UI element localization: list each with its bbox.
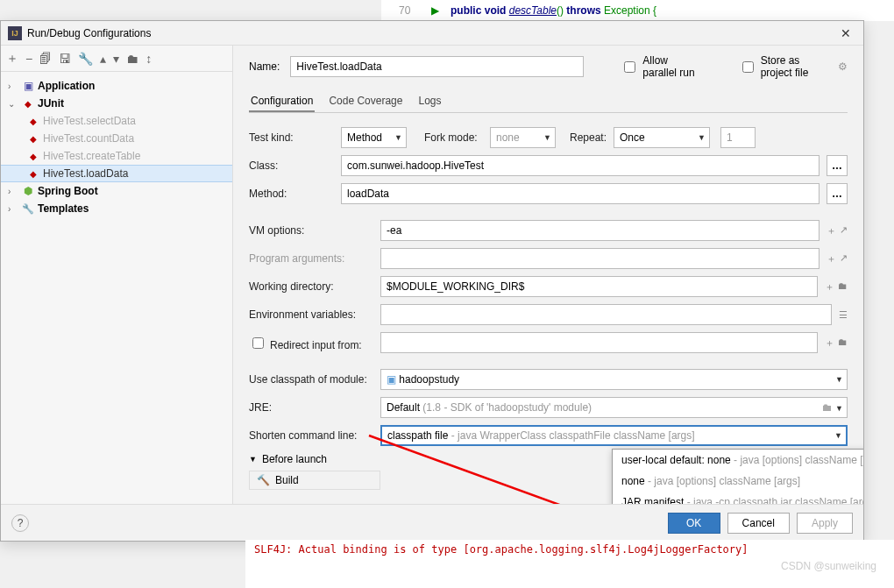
plus-icon[interactable]: ＋ (827, 252, 836, 266)
tree-node-application[interactable]: ›Application (1, 77, 232, 95)
gear-icon[interactable]: ⚙ (838, 60, 848, 73)
repeat-label: Repeat: (570, 131, 614, 144)
plus-icon[interactable]: ＋ (825, 337, 834, 350)
envvars-input[interactable] (380, 304, 832, 325)
progargs-input[interactable] (380, 248, 820, 269)
progargs-label: Program arguments: (249, 252, 380, 265)
hammer-icon: 🔨 (257, 474, 270, 486)
tree-node-selectdata[interactable]: HiveTest.selectData (1, 112, 232, 130)
vmoptions-label: VM options: (249, 224, 380, 237)
envvars-label: Environment variables: (249, 308, 380, 321)
tab-bar: Configuration Code Coverage Logs (249, 91, 848, 113)
left-toolbar: ＋ − 🗐 🖫 🔧 ▴ ▾ 🖿 ↕ (1, 46, 232, 72)
plus-icon[interactable]: ＋ (827, 224, 836, 237)
tree-node-createtable[interactable]: HiveTest.createTable (1, 147, 232, 165)
class-input[interactable] (341, 155, 820, 176)
tree-node-springboot[interactable]: ›Spring Boot (1, 182, 232, 200)
help-button[interactable]: ? (11, 514, 29, 532)
tab-configuration[interactable]: Configuration (249, 91, 315, 112)
sort-icon[interactable]: ↕ (145, 52, 152, 66)
shorten-label: Shorten command line: (249, 429, 380, 442)
expand-icon[interactable]: ↗ (840, 252, 848, 266)
run-debug-dialog: IJ Run/Debug Configurations ✕ ＋ − 🗐 🖫 🔧 … (0, 20, 864, 542)
save-icon[interactable]: 🖫 (59, 52, 71, 66)
store-checkbox[interactable]: Store as project file (739, 54, 827, 79)
ok-button[interactable]: OK (668, 513, 720, 534)
copy-icon[interactable]: 🗐 (39, 52, 52, 66)
forkmode-label: Fork mode: (424, 131, 490, 144)
apply-button[interactable]: Apply (797, 513, 853, 534)
tree-node-countdata[interactable]: HiveTest.countData (1, 130, 232, 147)
up-icon[interactable]: ▴ (100, 52, 106, 66)
dd-option-none[interactable]: none - java [options] className [args] (613, 471, 863, 492)
method-label: Method: (249, 188, 341, 200)
tab-logs[interactable]: Logs (416, 91, 443, 112)
plus-icon[interactable]: ＋ (825, 280, 834, 294)
right-pane: Name: Allow parallel run Store as projec… (233, 46, 863, 504)
name-input[interactable] (290, 56, 584, 77)
vmoptions-input[interactable] (380, 220, 820, 241)
down-icon[interactable]: ▾ (113, 52, 119, 66)
remove-icon[interactable]: − (25, 52, 32, 66)
config-tree: ›Application ⌄JUnit HiveTest.selectData … (1, 72, 232, 504)
parallel-checkbox[interactable]: Allow parallel run (621, 54, 701, 79)
name-label: Name: (249, 60, 280, 73)
left-pane: ＋ − 🗐 🖫 🔧 ▴ ▾ 🖿 ↕ ›Application ⌄JUnit Hi… (1, 46, 233, 504)
shorten-combo[interactable]: classpath file - java WrapperClass class… (380, 425, 848, 446)
method-input[interactable] (341, 183, 820, 204)
redirect-input[interactable] (380, 332, 818, 353)
dd-option-jar[interactable]: JAR manifest - java -cp classpath.jar cl… (613, 492, 863, 504)
class-browse-button[interactable]: … (827, 155, 848, 176)
jre-label: JRE: (249, 401, 380, 414)
tree-node-loaddata[interactable]: HiveTest.loadData (1, 165, 232, 182)
expand-icon[interactable]: ↗ (840, 224, 848, 237)
folder-icon[interactable]: 🖿 (838, 337, 848, 350)
cancel-button[interactable]: Cancel (727, 513, 790, 534)
dd-option-default[interactable]: user-local default: none - java [options… (613, 450, 863, 471)
tab-codecoverage[interactable]: Code Coverage (327, 91, 404, 112)
list-icon[interactable]: ☰ (839, 309, 848, 321)
repeat-combo[interactable]: Once▼ (614, 127, 710, 148)
classpath-label: Use classpath of module: (249, 373, 380, 386)
tree-node-templates[interactable]: ›Templates (1, 200, 232, 217)
folder-icon[interactable]: 🖿 (838, 280, 848, 294)
build-task[interactable]: 🔨Build (249, 471, 380, 490)
jre-combo[interactable]: Default (1.8 - SDK of 'hadoopstudy' modu… (380, 397, 848, 418)
method-browse-button[interactable]: … (827, 183, 848, 204)
workdir-label: Working directory: (249, 280, 380, 293)
folder-icon[interactable]: 🖿 (126, 52, 138, 66)
dialog-footer: ? OK Cancel Apply (1, 504, 863, 541)
class-label: Class: (249, 159, 341, 172)
tree-node-junit[interactable]: ⌄JUnit (1, 95, 232, 112)
add-icon[interactable]: ＋ (6, 51, 18, 67)
titlebar: IJ Run/Debug Configurations ✕ (1, 21, 863, 46)
watermark: CSDN @sunweiking (781, 560, 876, 572)
wrench-icon[interactable]: 🔧 (78, 52, 93, 66)
editor-line: 70 ▶ public void descTable() throws Exce… (381, 0, 894, 21)
dialog-title: Run/Debug Configurations (27, 27, 835, 39)
classpath-combo[interactable]: ▣ hadoopstudy▼ (380, 369, 848, 390)
forkmode-combo[interactable]: none▼ (490, 127, 556, 148)
repeat-count-input[interactable] (720, 127, 756, 148)
app-icon: IJ (8, 26, 22, 40)
close-icon[interactable]: ✕ (835, 26, 856, 40)
shorten-dropdown: user-local default: none - java [options… (612, 449, 863, 504)
testkind-label: Test kind: (249, 131, 341, 144)
workdir-input[interactable] (380, 276, 818, 297)
redirect-checkbox[interactable]: Redirect input from: (249, 335, 380, 351)
testkind-combo[interactable]: Method▼ (341, 127, 407, 148)
